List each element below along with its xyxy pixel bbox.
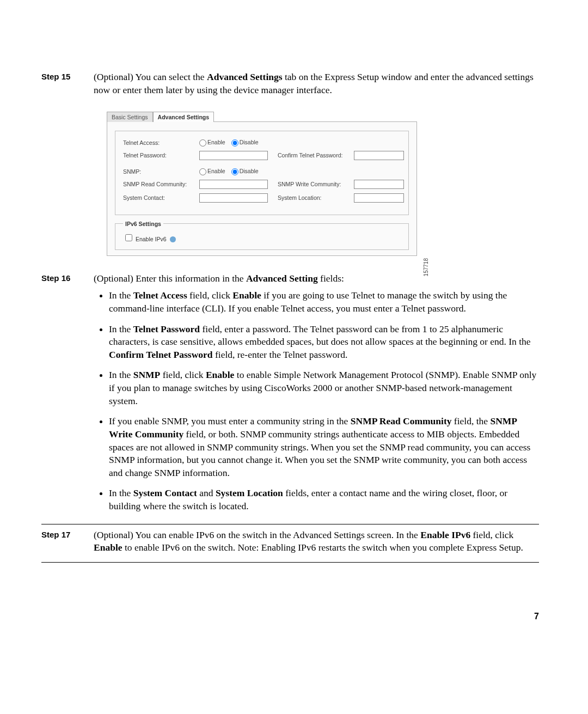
enable-ipv6-checkbox[interactable] <box>125 234 132 241</box>
step-15-label: Step 15 <box>41 71 94 81</box>
system-location-input[interactable] <box>354 193 404 203</box>
confirm-telnet-password-input[interactable] <box>354 151 404 160</box>
system-contact-label: System Contact: <box>123 194 199 201</box>
snmp-write-input[interactable] <box>354 180 404 189</box>
tab-advanced-settings[interactable]: Advanced Settings <box>153 112 215 122</box>
snmp-read-label: SNMP Read Community: <box>123 181 199 187</box>
snmp-read-input[interactable] <box>199 180 268 189</box>
enable-ipv6-option[interactable]: Enable IPv6 <box>123 236 176 242</box>
step-16-body: (Optional) Enter this information in the… <box>94 272 539 521</box>
telnet-disable-option[interactable]: Disable <box>231 139 259 145</box>
snmp-enable-radio[interactable] <box>199 168 206 175</box>
step-divider <box>41 524 539 524</box>
step-15-body: (Optional) You can select the Advanced S… <box>94 71 539 101</box>
tab-strip: Basic Settings Advanced Settings <box>107 112 417 122</box>
telnet-access-label: Telnet Access: <box>123 139 199 146</box>
step-16-label: Step 16 <box>41 272 94 283</box>
step16-text-b: fields: <box>318 273 344 284</box>
telnet-access-radios: Enable Disable <box>199 139 275 147</box>
snmp-write-label: SNMP Write Community: <box>275 181 354 187</box>
step-17-label: Step 17 <box>41 529 94 539</box>
advanced-settings-panel: Telnet Access: Enable Disable Telnet Pas… <box>107 121 417 255</box>
step16-bold: Advanced Setting <box>246 273 318 284</box>
tab-basic-settings[interactable]: Basic Settings <box>107 112 153 122</box>
telnet-password-input[interactable] <box>199 151 268 160</box>
snmp-enable-option[interactable]: Enable <box>199 168 225 174</box>
step-17-row: Step 17 (Optional) You can enable IPv6 o… <box>41 529 539 559</box>
step-16-row: Step 16 (Optional) Enter this informatio… <box>41 272 539 521</box>
help-icon[interactable] <box>170 236 176 242</box>
step-16-bullets: In the Telnet Access field, click Enable… <box>94 289 539 512</box>
snmp-label: SNMP: <box>123 168 199 175</box>
system-location-label: System Location: <box>275 194 354 201</box>
confirm-telnet-password-label: Confirm Telnet Password: <box>275 152 354 158</box>
telnet-password-label: Telnet Password: <box>123 152 199 158</box>
settings-group-box: Telnet Access: Enable Disable Telnet Pas… <box>115 131 409 215</box>
ipv6-legend: IPv6 Settings <box>123 221 163 227</box>
step-17-body: (Optional) You can enable IPv6 on the sw… <box>94 529 539 559</box>
snmp-disable-radio[interactable] <box>231 168 238 175</box>
step16-text-a: (Optional) Enter this information in the <box>94 273 246 284</box>
bullet-snmp-community: If you enable SNMP, you must enter a com… <box>109 415 539 479</box>
bullet-telnet-password: In the Telnet Password field, enter a pa… <box>109 323 539 362</box>
page-number: 7 <box>41 612 539 621</box>
step-divider-2 <box>41 562 539 563</box>
snmp-disable-option[interactable]: Disable <box>231 168 259 174</box>
figure-id: 157718 <box>423 258 429 276</box>
snmp-radios: Enable Disable <box>199 168 275 175</box>
step15-text-a: (Optional) You can select the <box>94 71 207 82</box>
telnet-disable-radio[interactable] <box>231 139 238 147</box>
bullet-telnet-access: In the Telnet Access field, click Enable… <box>109 289 539 315</box>
telnet-enable-option[interactable]: Enable <box>199 139 225 145</box>
bullet-system-contact: In the System Contact and System Locatio… <box>109 487 539 512</box>
ipv6-settings-fieldset: IPv6 Settings Enable IPv6 <box>115 221 409 250</box>
system-contact-input[interactable] <box>199 193 268 203</box>
enable-ipv6-label: Enable IPv6 <box>136 236 167 242</box>
telnet-enable-radio[interactable] <box>199 139 206 147</box>
step-15-row: Step 15 (Optional) You can select the Ad… <box>41 71 539 101</box>
step15-bold: Advanced Settings <box>207 71 283 82</box>
bullet-snmp: In the SNMP field, click Enable to enabl… <box>109 369 539 407</box>
advanced-settings-figure: Basic Settings Advanced Settings Telnet … <box>107 112 417 255</box>
